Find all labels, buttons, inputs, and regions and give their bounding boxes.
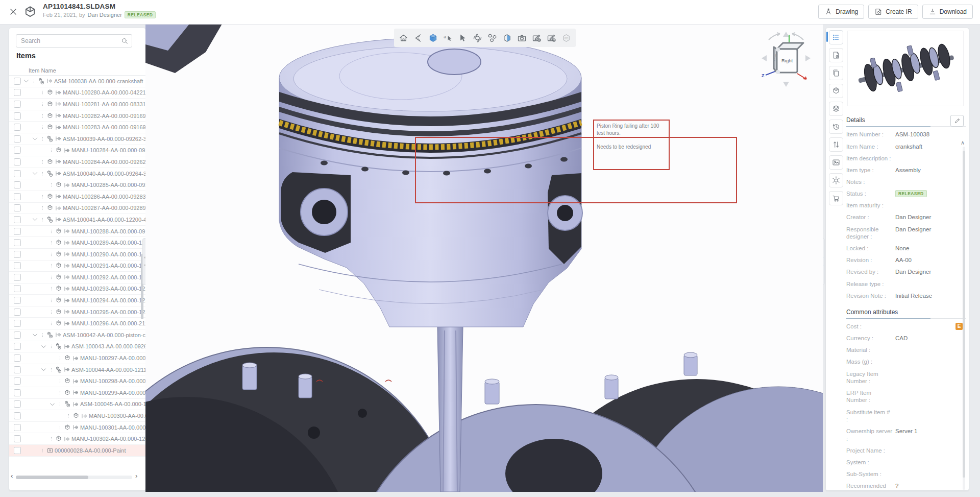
- tree-item[interactable]: MANU-100294-AA-00.000-122: [9, 295, 145, 306]
- row-checkbox[interactable]: [14, 193, 21, 200]
- row-menu-kebab[interactable]: [49, 320, 54, 327]
- row-checkbox[interactable]: [14, 309, 21, 316]
- row-checkbox[interactable]: [14, 89, 21, 96]
- row-checkbox[interactable]: [14, 285, 21, 292]
- snapshot-camera-button[interactable]: [515, 31, 529, 45]
- properties-list-button[interactable]: [829, 30, 843, 44]
- row-checkbox[interactable]: [14, 412, 21, 419]
- layers-button[interactable]: [829, 102, 843, 116]
- row-menu-kebab[interactable]: [58, 424, 62, 431]
- markup-export-button[interactable]: [545, 31, 558, 45]
- row-menu-kebab[interactable]: [49, 251, 54, 258]
- expand-chevron-icon[interactable]: [31, 170, 39, 177]
- tree-item[interactable]: ASM-100043-AA-00.000-0926: [9, 341, 145, 353]
- tree-item[interactable]: MANU-100288-AA-00.000-091: [9, 226, 145, 238]
- expand-chevron-icon[interactable]: [48, 401, 56, 408]
- row-menu-kebab[interactable]: [49, 228, 54, 235]
- part-cube-button[interactable]: [829, 84, 843, 98]
- row-checkbox[interactable]: [14, 158, 21, 165]
- row-checkbox[interactable]: [14, 377, 21, 385]
- tree-item[interactable]: MANU-100287-AA-00.000-09289-: [9, 203, 145, 215]
- tree-item[interactable]: MANU-100286-AA-00.000-09283-: [9, 191, 145, 203]
- drawing-button[interactable]: Drawing: [818, 5, 864, 19]
- row-checkbox[interactable]: [14, 447, 21, 454]
- tree-item[interactable]: ASM-100039-AA-00.000-09262-30: [9, 133, 145, 145]
- row-checkbox[interactable]: [14, 332, 21, 339]
- row-checkbox[interactable]: [14, 124, 21, 131]
- expand-chevron-icon[interactable]: [40, 366, 47, 373]
- tree-item[interactable]: MANU-100284-AA-00.000-092: [9, 145, 145, 157]
- home-button[interactable]: [397, 31, 410, 45]
- tree-item[interactable]: MANU-100283-AA-00.000-09169-: [9, 122, 145, 133]
- row-checkbox[interactable]: [14, 354, 21, 362]
- section-view-button[interactable]: [500, 31, 514, 45]
- create-ir-button[interactable]: Create IR: [868, 5, 918, 19]
- row-checkbox[interactable]: [14, 262, 21, 269]
- row-menu-kebab[interactable]: [40, 193, 45, 200]
- tree-item[interactable]: MANU-100291-AA-00.000-122: [9, 261, 145, 272]
- edit-details-button[interactable]: [950, 115, 964, 127]
- tree-item[interactable]: ASM-100044-AA-00.000-1211: [9, 364, 145, 376]
- row-menu-kebab[interactable]: [40, 204, 45, 211]
- expand-chevron-icon[interactable]: [31, 216, 39, 223]
- row-menu-kebab[interactable]: [49, 239, 54, 246]
- row-menu-kebab[interactable]: [40, 89, 45, 96]
- row-menu-kebab[interactable]: [32, 78, 36, 85]
- rotate-left-arrow[interactable]: [762, 55, 767, 61]
- cube-front-face-label[interactable]: Right: [781, 58, 793, 63]
- roll-cw-arrow[interactable]: [792, 33, 803, 40]
- orbit-rotate-button[interactable]: [471, 31, 484, 45]
- row-checkbox[interactable]: [14, 251, 21, 258]
- row-checkbox[interactable]: [14, 147, 21, 154]
- select-annotation-button[interactable]: a: [441, 31, 455, 45]
- row-menu-kebab[interactable]: [58, 377, 62, 385]
- tree-item[interactable]: ASM-100042-AA-00.000-piston-co: [9, 329, 145, 341]
- close-icon[interactable]: [8, 7, 18, 17]
- row-menu-kebab[interactable]: [58, 400, 62, 408]
- row-checkbox[interactable]: [14, 135, 21, 143]
- expand-chevron-icon[interactable]: [40, 343, 47, 350]
- tree-horizontal-scrollbar-thumb[interactable]: [16, 476, 88, 479]
- expand-chevron-icon[interactable]: [31, 332, 39, 338]
- row-menu-kebab[interactable]: [49, 343, 54, 350]
- search-input[interactable]: [16, 34, 132, 48]
- tree-item[interactable]: MANU-100292-AA-00.000-122: [9, 272, 145, 283]
- row-menu-kebab[interactable]: [40, 112, 45, 120]
- row-menu-kebab[interactable]: [40, 170, 45, 177]
- tree-item[interactable]: ASM-100041-AA-00.000-12200-45: [9, 214, 145, 226]
- row-checkbox[interactable]: [14, 297, 21, 304]
- row-checkbox[interactable]: [14, 170, 21, 177]
- scroll-right-arrow[interactable]: ›: [135, 472, 137, 480]
- row-checkbox[interactable]: [14, 239, 21, 246]
- cart-button[interactable]: [829, 191, 843, 205]
- row-menu-kebab[interactable]: [58, 354, 62, 362]
- row-menu-kebab[interactable]: [40, 332, 45, 339]
- row-checkbox[interactable]: [14, 424, 21, 431]
- row-checkbox[interactable]: [14, 78, 21, 85]
- row-checkbox[interactable]: [14, 366, 21, 373]
- download-button[interactable]: Download: [922, 5, 973, 19]
- row-menu-kebab[interactable]: [66, 412, 71, 419]
- tree-item[interactable]: MANU-100298-AA-00.000-: [9, 375, 145, 387]
- row-menu-kebab[interactable]: [40, 101, 45, 108]
- exploded-cube-button[interactable]: [829, 173, 843, 187]
- row-menu-kebab[interactable]: [40, 216, 45, 223]
- expand-chevron-icon[interactable]: [22, 78, 30, 84]
- panel-scrollbar-thumb[interactable]: [963, 151, 965, 478]
- tree-item[interactable]: MANU-100296-AA-00.000-211: [9, 318, 145, 329]
- markup-edit-button[interactable]: [530, 31, 544, 45]
- row-menu-kebab[interactable]: [49, 262, 54, 269]
- row-menu-kebab[interactable]: [49, 309, 54, 316]
- row-checkbox[interactable]: [14, 204, 21, 211]
- row-menu-kebab[interactable]: [49, 366, 54, 373]
- tree-item[interactable]: MANU-100290-AA-00.000-122: [9, 249, 145, 261]
- tree-item[interactable]: ASM-100038-AA-00.000-crankshaft: [9, 76, 145, 87]
- tree-item[interactable]: MANU-100285-AA-00.000-092: [9, 179, 145, 191]
- roll-ccw-arrow[interactable]: [769, 33, 780, 40]
- tree-item[interactable]: MANU-100300-AA-00.0: [9, 410, 145, 422]
- view-cube[interactable]: Z Right Front: [760, 27, 813, 92]
- exploded-view-button[interactable]: [485, 31, 499, 45]
- row-menu-kebab[interactable]: [49, 297, 54, 304]
- row-checkbox[interactable]: [14, 343, 21, 350]
- tree-item[interactable]: ASM-100045-AA-00.000-12: [9, 399, 145, 411]
